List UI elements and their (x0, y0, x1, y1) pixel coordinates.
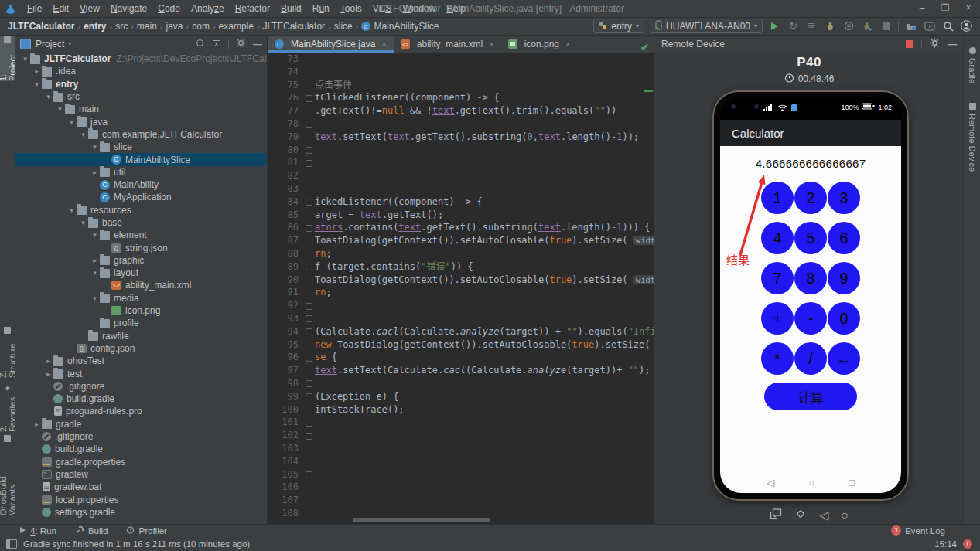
gear-icon[interactable] (930, 38, 940, 50)
stop-button[interactable] (879, 19, 893, 32)
profile-avatar-icon[interactable] (960, 19, 973, 32)
menu-run[interactable]: Run (307, 0, 335, 17)
hide-panel-icon[interactable]: — (253, 39, 262, 49)
project-view-selector[interactable]: Project (36, 39, 64, 49)
tool-button-build-variants[interactable]: OhosBuild Variants (0, 435, 15, 515)
tree-item-src[interactable]: ▾src (15, 90, 267, 103)
breadcrumb-jltfcalculator[interactable]: JLTFCalculator (8, 21, 74, 32)
tree-item-resources[interactable]: ▾resources (15, 204, 267, 216)
breadcrumb-java[interactable]: java (166, 21, 183, 32)
calc-key-5[interactable]: 5 (794, 222, 827, 254)
locate-file-icon[interactable] (195, 38, 205, 50)
calc-key-2[interactable]: 2 (794, 182, 827, 214)
tree-item-config.json[interactable]: config.json (15, 342, 267, 355)
tree-item-gradle.properties[interactable]: gradle.properties (15, 456, 267, 468)
menu-refactor[interactable]: Refactor (230, 0, 275, 17)
expand-arrow-icon[interactable]: ▾ (78, 131, 88, 138)
hide-panel-icon[interactable]: — (948, 39, 957, 49)
tree-item-proguard-rules.pro[interactable]: proguard-rules.pro (15, 405, 267, 417)
tree-item-MainAbilitySlice[interactable]: MainAbilitySlice (15, 153, 267, 165)
module-selector[interactable]: entry▾ (593, 19, 644, 33)
fold-marker-icon[interactable] (306, 380, 312, 387)
run-config-list-icon[interactable]: ≣ (805, 19, 818, 32)
calc-key-0[interactable]: 0 (828, 302, 860, 335)
calc-key-8[interactable]: 8 (794, 262, 827, 294)
collapse-arrow-icon[interactable]: ▸ (32, 67, 42, 75)
fold-marker-icon[interactable] (306, 328, 312, 335)
calc-key--[interactable]: - (794, 302, 827, 335)
calc-key-/[interactable]: / (794, 342, 827, 375)
tool-button-remote-device[interactable]: Remote Device (964, 103, 980, 186)
fold-marker-icon[interactable] (306, 420, 312, 427)
maximize-button[interactable]: ❐ (934, 0, 957, 17)
run-button[interactable] (768, 19, 781, 32)
project-structure-icon[interactable] (904, 19, 917, 32)
tree-item-settings.gradle[interactable]: settings.gradle (15, 506, 267, 519)
stop-session-button[interactable] (906, 40, 913, 48)
editor-tab-icon.png[interactable]: icon.png× (501, 35, 578, 53)
tree-item-JLTFCalculator[interactable]: ▾JLTFCalculatorZ:\Projects\DevEcoProject… (15, 53, 267, 65)
tree-item-profile[interactable]: profile (15, 317, 267, 329)
tree-item-local.properties[interactable]: local.properties (15, 493, 267, 505)
tree-item-media[interactable]: ▾media (15, 292, 267, 304)
tree-item-java[interactable]: ▾java (15, 115, 267, 128)
tree-item-layout[interactable]: ▾layout (15, 267, 267, 279)
fold-marker-icon[interactable] (306, 433, 312, 440)
tool-button-structure[interactable]: Z: Structure (0, 327, 15, 378)
close-button[interactable]: × (957, 0, 980, 17)
minimize-button[interactable]: – (910, 0, 934, 17)
nav-back-icon[interactable]: ◁ (767, 477, 774, 488)
attach-debugger-button[interactable] (861, 19, 874, 32)
collapse-all-icon[interactable] (212, 38, 221, 49)
collapse-arrow-icon[interactable]: ▸ (43, 357, 53, 365)
breadcrumb-mainabilityslice[interactable]: CMainAbilitySlice (361, 21, 439, 32)
tree-item-gradlew.bat[interactable]: gradlew.bat (15, 481, 267, 493)
expand-arrow-icon[interactable]: ▾ (78, 219, 88, 226)
tool-window-switcher-icon[interactable] (6, 539, 17, 549)
tree-item-gradle[interactable]: ▸gradle (15, 418, 267, 430)
debug-button[interactable] (824, 19, 837, 32)
calc-key-4[interactable]: 4 (761, 222, 794, 254)
tree-item-MainAbility[interactable]: MainAbility (15, 179, 267, 191)
breadcrumb-com[interactable]: com (192, 21, 210, 32)
device-manager-icon[interactable] (923, 19, 936, 32)
tree-item-gradlew[interactable]: gradlew (15, 468, 267, 481)
menu-file[interactable]: File (22, 0, 47, 17)
tree-item-slice[interactable]: ▾slice (15, 141, 267, 153)
tree-item-.idea[interactable]: ▸.idea (15, 65, 267, 77)
expand-arrow-icon[interactable]: ▾ (20, 55, 30, 63)
expand-arrow-icon[interactable]: ▾ (55, 105, 65, 113)
calc-key-6[interactable]: 6 (828, 222, 860, 254)
editor-tab-MainAbilitySlice.java[interactable]: CMainAbilitySlice.java× (268, 35, 394, 53)
expand-arrow-icon[interactable]: ▾ (90, 269, 100, 277)
close-tab-icon[interactable]: × (565, 39, 570, 49)
horizontal-scrollbar[interactable] (353, 518, 490, 522)
event-log-button[interactable]: 1 Event Log (891, 525, 945, 536)
fold-marker-icon[interactable] (306, 264, 312, 270)
phone-screen[interactable]: 100% 1:02 Calculator 4.666666666666667 1… (720, 97, 901, 493)
tree-item-element[interactable]: ▾element (15, 229, 267, 241)
fold-marker-icon[interactable] (306, 225, 312, 232)
breadcrumb-jltfcalculator[interactable]: JLTFCalculator (263, 21, 325, 32)
tree-item-build.gradle[interactable]: build.gradle (15, 443, 267, 455)
tree-item-icon.png[interactable]: icon.png (15, 304, 267, 317)
tool-tab-build[interactable]: Build (75, 525, 108, 536)
tree-item-MyApplication[interactable]: MyApplication (15, 191, 267, 203)
calc-key-backspace[interactable]: ← (828, 342, 860, 375)
calc-key-7[interactable]: 7 (761, 262, 794, 294)
tool-button-favorites[interactable]: 2: Favorites★ (0, 384, 15, 432)
fold-marker-icon[interactable] (306, 355, 312, 362)
close-tab-icon[interactable]: × (489, 39, 493, 49)
tree-item-ability_main.xml[interactable]: ability_main.xml (15, 279, 267, 291)
expand-arrow-icon[interactable]: ▾ (90, 231, 100, 239)
tree-item-ohosTest[interactable]: ▸ohosTest (15, 355, 267, 367)
close-tab-icon[interactable]: × (381, 39, 386, 49)
expand-arrow-icon[interactable]: ▾ (43, 93, 53, 100)
fold-marker-icon[interactable] (306, 199, 312, 206)
search-everywhere-icon[interactable] (941, 19, 954, 32)
menu-code[interactable]: Code (152, 0, 186, 17)
tool-tab-run[interactable]: 4: Run (19, 526, 56, 536)
menu-tools[interactable]: Tools (335, 0, 367, 17)
profile-button[interactable] (842, 19, 855, 32)
device-back-icon[interactable]: ◁ (819, 508, 828, 522)
